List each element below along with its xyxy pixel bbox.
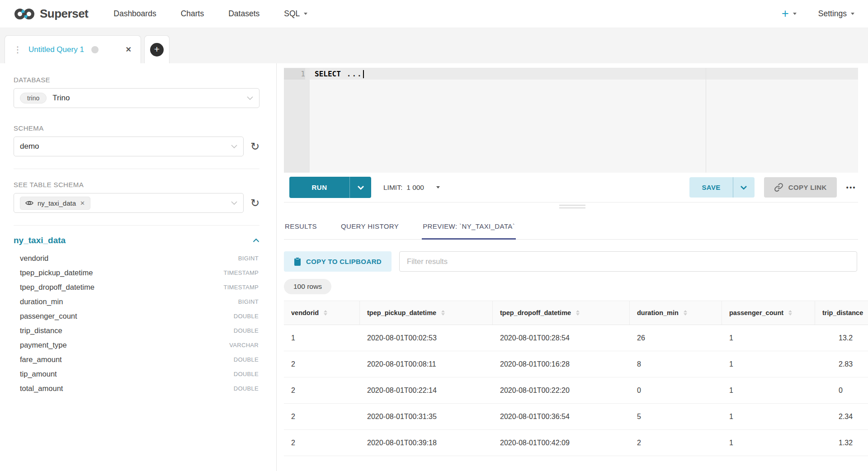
sort-icon[interactable] xyxy=(788,310,792,316)
table-panel-title[interactable]: ny_taxi_data xyxy=(14,236,66,245)
sort-icon[interactable] xyxy=(324,310,327,316)
editor-code-area[interactable]: SELECT ... xyxy=(310,68,858,173)
schema-select-value: demo xyxy=(20,142,39,151)
nav-item-label: SQL xyxy=(284,9,300,19)
nav-item-datasets[interactable]: Datasets xyxy=(228,9,259,19)
results-tab-2[interactable]: PREVIEW: `NY_TAXI_DATA` xyxy=(422,222,516,239)
table-cell: 2020-08-01T00:39:18 xyxy=(360,439,493,447)
table-cell: 2.34 xyxy=(815,413,868,421)
collapse-chevron-up-icon[interactable] xyxy=(253,238,259,243)
save-query-button[interactable]: SAVE xyxy=(689,177,754,198)
query-tab-untitled-query-1[interactable]: ⋮ Untitled Query 1 ✕ xyxy=(5,35,141,63)
filter-results-input[interactable] xyxy=(399,251,857,272)
table-columns-list: vendoridBIGINTtpep_pickup_datetimeTIMEST… xyxy=(14,251,259,396)
refresh-schemas-icon[interactable]: ↻ xyxy=(250,141,259,152)
close-tab-icon[interactable]: ✕ xyxy=(126,45,132,54)
table-cell: 26 xyxy=(630,334,722,342)
database-select[interactable]: trino Trino xyxy=(14,88,259,108)
sidebar-divider xyxy=(14,169,259,169)
results-tab-1[interactable]: QUERY HISTORY xyxy=(340,222,400,239)
sort-down-icon xyxy=(324,313,327,316)
active-code-line: SELECT ... xyxy=(310,68,858,80)
eye-icon xyxy=(25,200,33,206)
schema-label: SCHEMA xyxy=(14,124,259,132)
query-tabbar: ⋮ Untitled Query 1 ✕ + xyxy=(0,28,868,63)
results-panel: RESULTSQUERY HISTORYPREVIEW: `NY_TAXI_DA… xyxy=(284,212,868,456)
column-name: duration_min xyxy=(20,297,63,306)
nav-item-charts[interactable]: Charts xyxy=(181,9,204,19)
chevron-down-icon xyxy=(247,96,253,100)
table-cell: 2020-08-01T00:16:28 xyxy=(493,360,630,368)
more-options-icon[interactable]: ••• xyxy=(846,184,856,191)
column-name: payment_type xyxy=(20,341,67,349)
schema-select[interactable]: demo xyxy=(14,137,244,156)
grid-header-label: passenger_count xyxy=(729,309,783,316)
table-row: 22020-08-01T00:39:182020-08-01T00:42:092… xyxy=(284,430,868,456)
sort-down-icon xyxy=(441,313,445,316)
results-grid-header: vendoridtpep_pickup_datetimetpep_dropoff… xyxy=(284,301,868,325)
settings-label: Settings xyxy=(818,9,847,19)
row-count-row: 100 rows xyxy=(284,279,868,294)
superset-sql-lab: Superset DashboardsChartsDatasetsSQL + S… xyxy=(0,0,868,471)
query-tab-label[interactable]: Untitled Query 1 xyxy=(28,45,84,54)
selected-table-name: ny_taxi_data xyxy=(38,199,76,207)
table-row: 22020-08-01T00:08:112020-08-01T00:16:288… xyxy=(284,351,868,377)
drag-handle-icon[interactable]: ⋮ xyxy=(14,45,21,55)
unsaved-indicator-dot xyxy=(91,46,99,53)
brand-title: Superset xyxy=(40,7,88,21)
table-cell: 1 xyxy=(722,439,815,447)
table-cell: 2020-08-01T00:42:09 xyxy=(493,439,630,447)
schema-field: SCHEMA demo ↻ xyxy=(14,124,259,156)
table-schema-panel: ny_taxi_data vendoridBIGINTtpep_pickup_d… xyxy=(14,236,259,396)
sort-icon[interactable] xyxy=(684,310,687,316)
table-select[interactable]: ny_taxi_data ✕ xyxy=(14,193,244,213)
table-cell: 2.83 xyxy=(815,360,868,368)
clipboard-icon xyxy=(294,257,301,266)
schema-column-row: tpep_dropoff_datetimeTIMESTAMP xyxy=(14,280,259,294)
run-query-button[interactable]: RUN xyxy=(289,177,371,198)
nav-item-dashboards[interactable]: Dashboards xyxy=(113,9,156,19)
grid-header-label: tpep_pickup_datetime xyxy=(367,309,436,316)
resize-drag-handle[interactable] xyxy=(559,205,585,210)
remove-table-icon[interactable]: ✕ xyxy=(80,200,85,207)
grid-header-cell-trip_distance[interactable]: trip_distance xyxy=(815,301,868,325)
new-item-menu[interactable]: + xyxy=(782,8,797,20)
copy-to-clipboard-button[interactable]: COPY TO CLIPBOARD xyxy=(284,251,392,272)
table-cell: 2 xyxy=(284,439,360,447)
table-cell: 13.2 xyxy=(815,334,868,342)
save-options-caret[interactable] xyxy=(733,177,755,198)
grid-header-cell-tpep_pickup_datetime[interactable]: tpep_pickup_datetime xyxy=(360,301,493,325)
grid-header-cell-vendorid[interactable]: vendorid xyxy=(284,301,360,325)
refresh-tables-icon[interactable]: ↻ xyxy=(250,198,259,208)
table-row: 22020-08-01T00:22:142020-08-01T00:22:200… xyxy=(284,377,868,404)
grid-header-cell-passenger_count[interactable]: passenger_count xyxy=(722,301,815,325)
nav-item-label: Charts xyxy=(181,9,204,19)
sql-code-editor[interactable]: 1 SELECT ... xyxy=(284,68,858,173)
copy-link-button[interactable]: COPY LINK xyxy=(764,177,837,198)
sql-text: ... xyxy=(347,70,363,78)
column-name: fare_amount xyxy=(20,355,62,364)
plus-icon[interactable]: + xyxy=(150,43,164,57)
print-margin-line xyxy=(706,68,706,173)
settings-menu[interactable]: Settings xyxy=(818,9,854,19)
sort-icon[interactable] xyxy=(441,310,445,316)
grid-header-cell-tpep_dropoff_datetime[interactable]: tpep_dropoff_datetime xyxy=(493,301,630,325)
nav-item-sql[interactable]: SQL xyxy=(284,9,307,19)
column-type: VARCHAR xyxy=(229,342,259,349)
sort-icon[interactable] xyxy=(576,310,580,316)
top-navbar: Superset DashboardsChartsDatasetsSQL + S… xyxy=(0,0,868,28)
table-cell: 2 xyxy=(284,386,360,395)
link-icon xyxy=(774,183,783,192)
chevron-down-icon xyxy=(851,13,854,15)
table-cell: 2020-08-01T00:31:35 xyxy=(360,413,493,421)
table-cell: 2020-08-01T00:22:14 xyxy=(360,386,493,395)
column-type: BIGINT xyxy=(238,298,259,305)
table-schema-label: SEE TABLE SCHEMA xyxy=(14,181,259,188)
run-options-caret[interactable] xyxy=(349,177,371,198)
add-tab-button[interactable]: + xyxy=(144,35,170,63)
sort-down-icon xyxy=(576,313,580,316)
results-tab-0[interactable]: RESULTS xyxy=(284,222,318,239)
limit-dropdown[interactable]: LIMIT: 1 000 xyxy=(383,184,440,192)
grid-header-cell-duration_min[interactable]: duration_min xyxy=(630,301,722,325)
superset-brand[interactable]: Superset xyxy=(14,7,88,21)
